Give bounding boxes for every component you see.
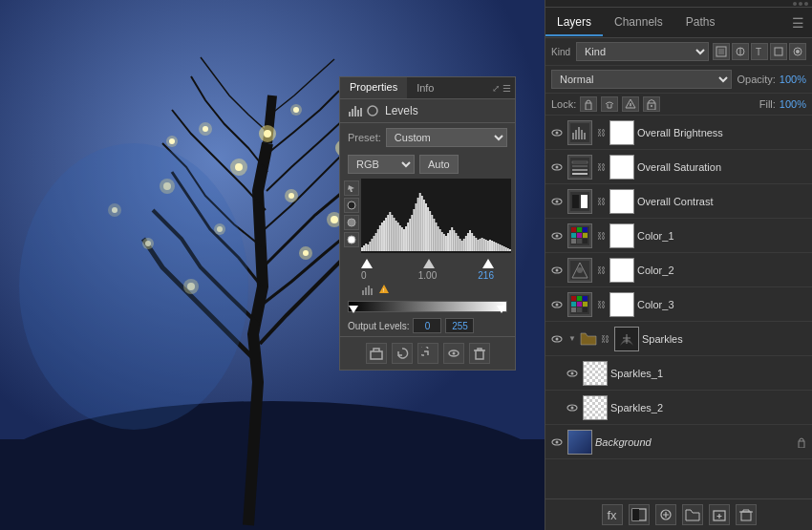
layer-row[interactable]: ⛓ Overall Saturation xyxy=(545,150,812,184)
gray-point-tool[interactable] xyxy=(344,215,359,230)
svg-rect-117 xyxy=(503,246,505,251)
adjustment-filter-icon[interactable] xyxy=(732,43,749,60)
layer-row[interactable]: Sparkles_1 xyxy=(545,356,812,391)
shape-filter-icon[interactable] xyxy=(770,43,787,60)
layer-row[interactable]: ⛓ Overall Contrast xyxy=(545,184,812,219)
blend-mode-select[interactable]: Normal xyxy=(551,70,732,89)
svg-rect-48 xyxy=(365,244,367,251)
input-slider[interactable] xyxy=(361,255,494,268)
visibility-toggle-button[interactable] xyxy=(443,343,464,364)
clip-button[interactable] xyxy=(366,343,387,364)
lock-label: Lock: xyxy=(551,98,576,110)
svg-rect-153 xyxy=(572,165,588,167)
type-filter-icon[interactable]: T xyxy=(751,43,768,60)
lock-transparent-button[interactable] xyxy=(580,96,597,112)
svg-rect-51 xyxy=(371,239,373,251)
visibility-icon[interactable] xyxy=(549,125,565,140)
output-min-input[interactable] xyxy=(413,318,441,333)
visibility-icon[interactable] xyxy=(549,331,565,347)
undo-button[interactable] xyxy=(417,343,438,364)
create-group-button[interactable] xyxy=(682,504,703,525)
svg-rect-116 xyxy=(502,245,503,251)
expand-icon[interactable]: ⤢ xyxy=(492,83,500,94)
svg-rect-102 xyxy=(473,236,475,251)
svg-point-128 xyxy=(452,352,455,355)
opacity-value[interactable]: 100% xyxy=(780,74,806,85)
svg-rect-71 xyxy=(411,215,413,251)
svg-rect-164 xyxy=(571,227,576,232)
lock-position-button[interactable] xyxy=(622,96,639,112)
lock-image-button[interactable] xyxy=(601,96,618,112)
output-left-handle[interactable] xyxy=(349,306,358,313)
adjustment-thumb xyxy=(567,292,592,317)
visibility-icon[interactable] xyxy=(549,228,565,244)
folder-expand-arrow[interactable]: ▼ xyxy=(568,334,576,343)
dot xyxy=(804,2,808,6)
lock-fill-row: Lock: Fill: 100% xyxy=(545,94,812,116)
panel-menu-button[interactable]: ☰ xyxy=(784,10,812,36)
layer-row[interactable]: ⛓ Color_3 xyxy=(545,287,812,322)
svg-rect-182 xyxy=(583,296,588,301)
blend-opacity-row: Normal Opacity: 100% xyxy=(545,66,812,94)
delete-layer-button[interactable] xyxy=(736,504,757,525)
create-layer-button[interactable] xyxy=(709,504,730,525)
black-input-handle[interactable] xyxy=(361,259,373,268)
output-right-handle[interactable] xyxy=(497,306,506,313)
svg-rect-144 xyxy=(572,133,574,139)
select-tool[interactable] xyxy=(344,180,359,196)
svg-rect-75 xyxy=(419,193,421,251)
channel-select[interactable]: RGB xyxy=(348,155,415,174)
visibility-icon[interactable] xyxy=(549,263,565,278)
svg-rect-188 xyxy=(583,307,588,312)
menu-icon[interactable]: ☰ xyxy=(502,83,511,94)
visibility-icon[interactable] xyxy=(549,194,565,209)
visibility-icon[interactable] xyxy=(549,435,565,450)
warning-row: ! xyxy=(340,283,515,298)
layer-row-background[interactable]: Background xyxy=(545,425,812,459)
preset-select[interactable]: Custom xyxy=(386,128,507,147)
tab-properties[interactable]: Properties xyxy=(340,77,407,98)
pixel-filter-icon[interactable] xyxy=(713,43,730,60)
fx-button[interactable]: fx xyxy=(602,504,623,525)
folder-mask xyxy=(614,327,639,351)
layer-row[interactable]: ⛓ Overall Brightness xyxy=(545,116,812,150)
tab-layers[interactable]: Layers xyxy=(545,10,603,36)
visibility-icon[interactable] xyxy=(565,366,580,381)
panel-tab-icons: ⤢ ☰ xyxy=(492,83,515,94)
svg-rect-59 xyxy=(387,215,389,251)
white-point-tool[interactable] xyxy=(344,232,359,247)
tab-paths[interactable]: Paths xyxy=(674,10,727,36)
layer-row-folder[interactable]: ▼ ⛓ Sparkles xyxy=(545,322,812,356)
tab-channels[interactable]: Channels xyxy=(603,10,674,36)
svg-rect-47 xyxy=(363,245,365,251)
kind-select[interactable]: Kind xyxy=(576,42,709,61)
layer-row[interactable]: ⛓ Color_1 xyxy=(545,219,812,253)
black-point-tool[interactable] xyxy=(344,198,359,213)
layer-name: Sparkles_2 xyxy=(610,402,808,413)
svg-rect-85 xyxy=(439,229,441,251)
visibility-icon[interactable] xyxy=(549,159,565,175)
layer-name: Color_3 xyxy=(637,299,808,310)
auto-button[interactable]: Auto xyxy=(419,155,459,174)
layer-row[interactable]: Sparkles_2 xyxy=(545,391,812,425)
reset-button[interactable] xyxy=(392,343,413,364)
white-input-handle[interactable] xyxy=(482,259,494,268)
svg-rect-104 xyxy=(477,240,479,251)
svg-point-174 xyxy=(556,268,559,271)
mid-input-handle[interactable] xyxy=(423,259,435,268)
fill-value[interactable]: 100% xyxy=(780,98,806,110)
visibility-icon[interactable] xyxy=(565,400,580,415)
layer-row[interactable]: ⛓ Color_2 xyxy=(545,253,812,287)
add-mask-button[interactable] xyxy=(629,504,650,525)
tab-info[interactable]: Info xyxy=(407,78,443,97)
add-adjustment-button[interactable] xyxy=(655,504,676,525)
svg-rect-187 xyxy=(577,307,582,312)
smart-filter-icon[interactable] xyxy=(789,43,806,60)
svg-rect-111 xyxy=(491,241,493,251)
visibility-icon[interactable] xyxy=(549,297,565,312)
output-max-input[interactable] xyxy=(445,318,474,333)
delete-adjustment-button[interactable] xyxy=(469,343,490,364)
svg-rect-77 xyxy=(423,200,425,251)
chain-link-icon: ⛓ xyxy=(600,331,611,347)
lock-all-button[interactable] xyxy=(643,96,660,112)
